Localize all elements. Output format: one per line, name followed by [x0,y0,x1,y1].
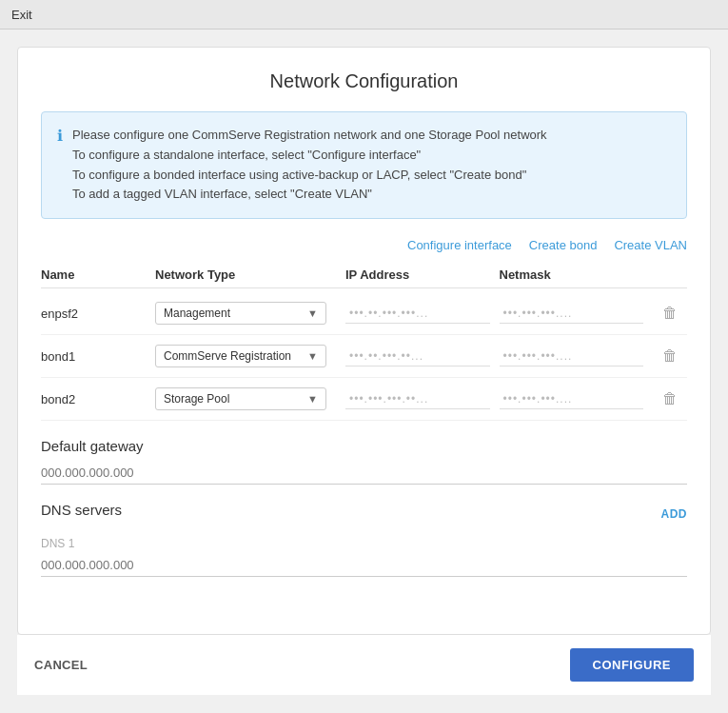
delete-row-0-button[interactable]: 🗑 [653,305,687,322]
info-line-2: To configure a standalone interface, sel… [72,146,547,166]
info-box: ℹ Please configure one CommServe Registr… [41,111,687,219]
network-type-value-2: Storage Pool [164,392,229,406]
ip-address-field-2: •••.•••.•••.••... [345,389,490,409]
network-type-value-0: Management [164,307,230,320]
default-gateway-label: Default gateway [41,438,687,454]
dns-servers-label: DNS servers [41,502,122,518]
info-line-3: To configure a bonded interface using ac… [72,166,547,186]
exit-button[interactable]: Exit [11,8,32,22]
info-icon: ℹ [57,127,63,145]
ip-address-field-1: •••.••.•••.••... [345,347,490,366]
table-header: Name Network Type IP Address Netmask [41,262,687,288]
dns-section-header: DNS servers ADD [41,502,687,525]
chevron-down-icon: ▼ [307,307,318,319]
footer-bar: CANCEL CONFIGURE [17,635,711,695]
col-name: Name [41,267,155,282]
delete-row-1-button[interactable]: 🗑 [653,347,687,365]
netmask-field-2: •••.•••.•••.... [500,389,644,409]
cancel-button[interactable]: CANCEL [34,658,88,672]
network-type-select-0[interactable]: Management ▼ [155,302,326,325]
table-rows: enpsf2 Management ▼ •••.••.•••.•••... ••… [41,292,687,421]
create-bond-link[interactable]: Create bond [529,238,598,252]
network-type-value-1: CommServe Registration [164,349,291,363]
row-name-1: bond1 [41,349,155,364]
info-text: Please configure one CommServe Registrat… [72,126,547,205]
configure-button[interactable]: CONFIGURE [570,648,695,682]
chevron-down-icon: ▼ [307,393,318,405]
dns-entries: DNS 1 [41,525,687,577]
col-network-type: Network Type [155,267,345,282]
row-name-2: bond2 [41,392,155,406]
dns-entry-0: DNS 1 [41,537,687,577]
ip-address-field-0: •••.••.•••.•••... [345,304,490,324]
table-row: bond1 CommServe Registration ▼ •••.••.••… [41,335,687,378]
action-links: Configure interface Create bond Create V… [41,238,687,252]
netmask-field-0: •••.•••.•••.... [500,304,644,324]
col-netmask: Netmask [500,267,654,282]
default-gateway-input[interactable] [41,462,687,485]
add-dns-button[interactable]: ADD [661,507,688,521]
network-type-select-1[interactable]: CommServe Registration ▼ [155,345,326,367]
network-type-select-2[interactable]: Storage Pool ▼ [155,387,326,410]
table-row: bond2 Storage Pool ▼ •••.•••.•••.••... •… [41,378,687,421]
dns-input-0[interactable] [41,554,687,577]
page-title: Network Configuration [41,70,687,92]
dns-label-0: DNS 1 [41,537,687,550]
create-vlan-link[interactable]: Create VLAN [614,238,687,252]
row-name-0: enpsf2 [41,307,155,321]
delete-row-2-button[interactable]: 🗑 [653,390,687,407]
info-line-4: To add a tagged VLAN interface, select "… [72,185,547,205]
netmask-field-1: •••.•••.•••.... [500,347,644,366]
configure-interface-link[interactable]: Configure interface [407,238,512,252]
col-actions [653,267,687,282]
table-row: enpsf2 Management ▼ •••.••.•••.•••... ••… [41,292,687,335]
info-line-1: Please configure one CommServe Registrat… [72,126,547,146]
chevron-down-icon: ▼ [307,350,318,362]
col-ip-address: IP Address [345,267,500,282]
